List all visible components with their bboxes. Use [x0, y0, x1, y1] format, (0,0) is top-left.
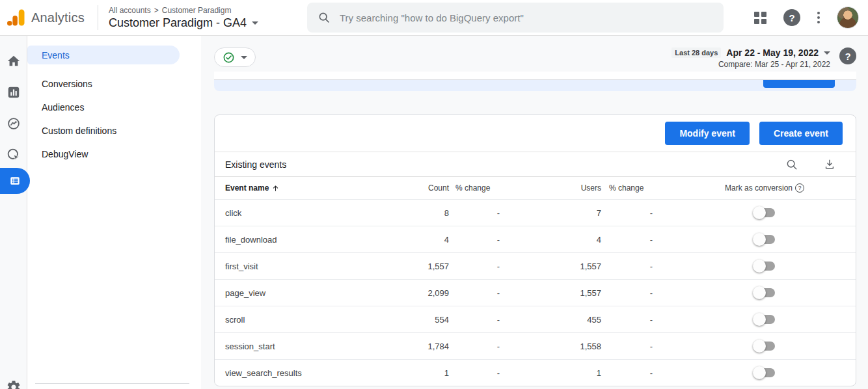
events-table-body: click 8 - 7 - file_download 4 - 4 - firs… [215, 199, 856, 386]
mark-as-conversion-toggle[interactable] [753, 233, 776, 246]
event-name-cell: view_search_results [225, 368, 394, 378]
banner-button-fragment[interactable] [763, 80, 835, 88]
users-cell: 7 [511, 208, 603, 218]
page-help-icon[interactable]: ? [839, 47, 856, 64]
breadcrumb: All accounts > Customer Paradigm [109, 6, 258, 15]
account-picker[interactable]: All accounts > Customer Paradigm Custome… [109, 6, 258, 30]
users-cell: 1 [511, 368, 603, 378]
search-input[interactable] [340, 12, 713, 23]
count-cell: 1,557 [394, 262, 453, 271]
sort-ascending-icon [271, 184, 280, 193]
table-search-button[interactable] [785, 158, 798, 171]
count-change-cell: - [453, 208, 511, 218]
count-change-cell: - [453, 235, 511, 245]
analytics-logo-area[interactable]: Analytics [0, 8, 98, 27]
sidebar-item-conversions[interactable]: Conversions [27, 72, 201, 96]
home-icon[interactable] [0, 54, 27, 70]
table-row: session_start 1,784 - 1,558 - [215, 332, 856, 359]
count-cell: 554 [394, 315, 453, 325]
count-cell: 1 [394, 368, 453, 378]
reports-icon[interactable] [0, 85, 27, 101]
toggle-thumb [753, 206, 766, 219]
mark-as-conversion-toggle[interactable] [753, 366, 776, 379]
mark-as-conversion-toggle[interactable] [753, 260, 776, 273]
more-options-icon[interactable] [817, 12, 820, 23]
sidebar-item-debugview[interactable]: DebugView [27, 142, 201, 166]
count-change-cell: - [453, 315, 511, 325]
table-row: click 8 - 7 - [215, 199, 856, 226]
banner-top-strip [214, 72, 856, 80]
banner-bottom-strip [214, 80, 856, 91]
sidebar-item-audiences[interactable]: Audiences [27, 96, 201, 119]
users-cell: 1,557 [511, 262, 603, 271]
mark-as-conversion-toggle[interactable] [753, 340, 776, 353]
users-change-cell: - [603, 235, 664, 245]
configure-icon-active[interactable] [0, 168, 30, 194]
count-change-cell: - [453, 288, 511, 298]
date-compare: Compare: Mar 25 - Apr 21, 2022 [671, 60, 830, 69]
sidebar: Events Conversions Audiences Custom defi… [27, 36, 201, 389]
event-name-cell: click [225, 208, 394, 218]
event-name-cell: session_start [225, 342, 394, 351]
header-divider [98, 5, 98, 30]
table-row: file_download 4 - 4 - [215, 226, 856, 252]
toggle-thumb [753, 233, 766, 246]
conversion-help-icon[interactable]: ? [795, 183, 804, 193]
users-cell: 4 [511, 235, 603, 245]
users-change-cell: - [603, 315, 664, 325]
mark-as-conversion-toggle[interactable] [753, 286, 776, 299]
global-search[interactable] [307, 3, 724, 33]
events-card: Modify event Create event Existing event… [214, 114, 856, 386]
table-row: scroll 554 - 455 - [215, 306, 856, 332]
chevron-down-icon [241, 56, 247, 59]
modify-event-button[interactable]: Modify event [665, 122, 750, 145]
date-range-picker[interactable]: Last 28 days Apr 22 - May 19, 2022 Compa… [671, 47, 830, 69]
table-title: Existing events [225, 159, 286, 170]
search-icon [318, 11, 331, 24]
users-cell: 1,557 [511, 288, 603, 298]
data-quality-button[interactable] [214, 47, 256, 67]
help-icon[interactable]: ? [783, 9, 800, 26]
mark-as-conversion-toggle[interactable] [753, 206, 776, 219]
table-row: view_search_results 1 - 1 - [215, 359, 856, 386]
explore-icon[interactable] [0, 116, 27, 132]
event-name-cell: page_view [225, 288, 394, 298]
column-header-event-name[interactable]: Event name [225, 183, 394, 193]
toggle-thumb [753, 260, 766, 273]
property-title[interactable]: Customer Paradigm - GA4 [109, 16, 247, 30]
sidebar-item-custom-definitions[interactable]: Custom definitions [27, 119, 201, 142]
app-name: Analytics [31, 10, 85, 25]
column-header-users-change[interactable]: % change [603, 183, 664, 193]
count-change-cell: - [453, 262, 511, 271]
check-circle-icon [223, 51, 235, 64]
users-change-cell: - [603, 288, 664, 298]
column-header-count-change[interactable]: % change [453, 183, 511, 193]
analytics-logo-icon [7, 8, 26, 27]
users-cell: 1,558 [511, 342, 603, 351]
event-name-cell: first_visit [225, 262, 394, 271]
admin-gear-icon[interactable] [6, 379, 21, 389]
sidebar-divider [35, 383, 189, 384]
create-event-button[interactable]: Create event [759, 122, 843, 145]
toggle-thumb [753, 286, 766, 299]
chevron-down-icon[interactable] [252, 21, 258, 25]
table-header-row: Event name Count % change Users % change… [215, 176, 856, 199]
app-header: Analytics All accounts > Customer Paradi… [0, 0, 868, 36]
date-preset-badge: Last 28 days [671, 47, 721, 58]
table-download-button[interactable] [823, 158, 836, 171]
breadcrumb-root[interactable]: All accounts [109, 6, 151, 15]
users-change-cell: - [603, 262, 664, 271]
main-content: Last 28 days Apr 22 - May 19, 2022 Compa… [201, 36, 868, 389]
event-name-cell: scroll [225, 315, 394, 325]
sidebar-item-events[interactable]: Events [27, 46, 180, 64]
avatar[interactable] [837, 7, 859, 29]
count-change-cell: - [453, 368, 511, 378]
count-change-cell: - [453, 342, 511, 351]
mark-as-conversion-toggle[interactable] [753, 313, 776, 326]
column-header-users[interactable]: Users [511, 183, 603, 193]
event-name-cell: file_download [225, 235, 394, 245]
column-header-count[interactable]: Count [394, 183, 453, 193]
diagnostics-grid-icon[interactable] [754, 12, 766, 24]
breadcrumb-current[interactable]: Customer Paradigm [162, 6, 232, 15]
advertising-icon[interactable] [0, 148, 27, 163]
